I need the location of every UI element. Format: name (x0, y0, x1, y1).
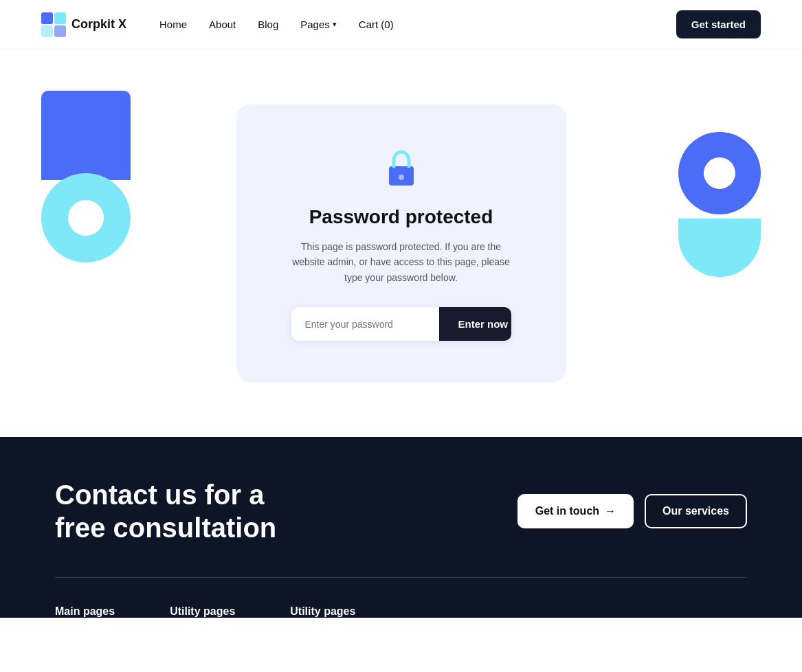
svg-rect-2 (41, 25, 53, 37)
navbar: Corpkit X Home About Blog Pages ▾ Cart (… (0, 0, 802, 49)
nav-cart[interactable]: Cart (0) (359, 19, 394, 30)
footer: Contact us for a free consultation Get i… (0, 437, 802, 618)
svg-rect-1 (54, 12, 66, 24)
nav-links: Home About Blog Pages ▾ Cart (0) (159, 19, 394, 30)
footer-col-main: Main pages (55, 605, 115, 618)
password-input[interactable] (291, 307, 439, 341)
footer-columns: Main pages Utility pages Utility pages (55, 605, 747, 618)
password-form: Enter now (291, 307, 511, 341)
nav-pages[interactable]: Pages ▾ (300, 19, 337, 30)
password-card: Password protected This page is password… (236, 104, 566, 382)
footer-col-main-title: Main pages (55, 605, 115, 618)
footer-col-utility2: Utility pages (290, 605, 355, 618)
nav-blog[interactable]: Blog (258, 19, 278, 30)
get-started-button[interactable]: Get started (676, 10, 761, 38)
footer-top: Contact us for a free consultation Get i… (55, 478, 747, 577)
deco-semicircle-cyan-right (678, 219, 761, 277)
footer-col-utility1: Utility pages (170, 605, 235, 618)
footer-buttons: Get in touch → Our services (517, 494, 747, 528)
nav-about[interactable]: About (209, 19, 236, 30)
get-in-touch-button[interactable]: Get in touch → (517, 494, 634, 528)
logo[interactable]: Corpkit X (41, 12, 126, 37)
main-section: Password protected This page is password… (0, 49, 802, 437)
arrow-icon: → (605, 505, 616, 517)
svg-point-5 (399, 175, 404, 180)
footer-col-utility1-title: Utility pages (170, 605, 235, 618)
deco-right (678, 132, 761, 277)
footer-divider (55, 577, 747, 578)
footer-col-utility2-title: Utility pages (290, 605, 355, 618)
lock-icon (379, 146, 423, 190)
deco-donut-cyan-left (41, 173, 131, 262)
password-description: This page is password protected. If you … (291, 239, 511, 285)
deco-donut-blue-right (678, 132, 761, 214)
enter-now-button[interactable]: Enter now (439, 307, 511, 341)
logo-icon (41, 12, 66, 37)
svg-rect-0 (41, 12, 53, 24)
nav-left: Corpkit X Home About Blog Pages ▾ Cart (… (41, 12, 394, 37)
deco-square-blue (41, 91, 131, 180)
deco-left (41, 91, 131, 262)
svg-rect-3 (54, 25, 66, 37)
our-services-button[interactable]: Our services (645, 494, 747, 528)
password-title: Password protected (309, 206, 493, 228)
logo-text: Corpkit X (71, 17, 126, 32)
footer-headline-text: Contact us for a free consultation (55, 478, 276, 544)
nav-home[interactable]: Home (159, 19, 187, 30)
chevron-down-icon: ▾ (333, 20, 337, 29)
footer-headline: Contact us for a free consultation (55, 478, 276, 544)
